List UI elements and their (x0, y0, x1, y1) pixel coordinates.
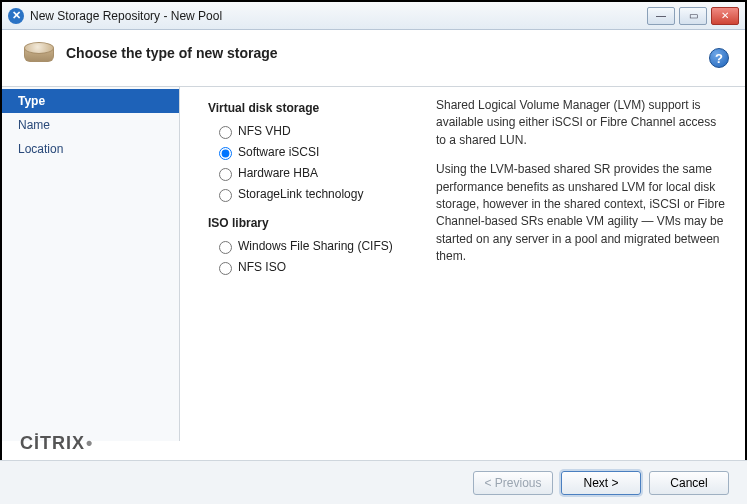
page-heading: Choose the type of new storage (66, 45, 278, 61)
option-cifs[interactable]: Windows File Sharing (CIFS) (214, 238, 408, 254)
option-label: Software iSCSI (238, 145, 319, 159)
radio-software-iscsi[interactable] (219, 147, 232, 160)
option-label: NFS ISO (238, 260, 286, 274)
content-area: Virtual disk storage NFS VHD Software iS… (180, 87, 745, 441)
description-paragraph-2: Using the LVM-based shared SR provides t… (436, 161, 725, 265)
radio-cifs[interactable] (219, 241, 232, 254)
next-button[interactable]: Next > (561, 471, 641, 495)
help-icon[interactable]: ? (709, 48, 729, 68)
option-nfs-vhd[interactable]: NFS VHD (214, 123, 408, 139)
group-title-iso-library: ISO library (208, 216, 408, 230)
wizard-steps-sidebar: Type Name Location (2, 87, 180, 441)
radio-nfs-iso[interactable] (219, 262, 232, 275)
group-title-virtual-disk: Virtual disk storage (208, 101, 408, 115)
option-label: StorageLink technology (238, 187, 363, 201)
wizard-footer: < Previous Next > Cancel (0, 460, 747, 504)
wizard-header: Choose the type of new storage ? (2, 30, 745, 87)
storage-options: Virtual disk storage NFS VHD Software iS… (208, 97, 408, 431)
description-panel: Shared Logical Volume Manager (LVM) supp… (436, 97, 725, 431)
cancel-button[interactable]: Cancel (649, 471, 729, 495)
step-location[interactable]: Location (2, 137, 179, 161)
close-button[interactable]: ✕ (711, 7, 739, 25)
radio-nfs-vhd[interactable] (219, 126, 232, 139)
step-name[interactable]: Name (2, 113, 179, 137)
option-label: NFS VHD (238, 124, 291, 138)
minimize-button[interactable]: — (647, 7, 675, 25)
description-paragraph-1: Shared Logical Volume Manager (LVM) supp… (436, 97, 725, 149)
option-software-iscsi[interactable]: Software iSCSI (214, 144, 408, 160)
radio-hardware-hba[interactable] (219, 168, 232, 181)
maximize-button[interactable]: ▭ (679, 7, 707, 25)
step-type[interactable]: Type (2, 89, 179, 113)
citrix-logo: CİTRIX• (20, 433, 94, 454)
window-titlebar: ✕ New Storage Repository - New Pool — ▭ … (2, 2, 745, 30)
option-hardware-hba[interactable]: Hardware HBA (214, 165, 408, 181)
app-icon: ✕ (8, 8, 24, 24)
option-storagelink[interactable]: StorageLink technology (214, 186, 408, 202)
radio-storagelink[interactable] (219, 189, 232, 202)
window-title: New Storage Repository - New Pool (30, 9, 643, 23)
option-label: Hardware HBA (238, 166, 318, 180)
option-nfs-iso[interactable]: NFS ISO (214, 259, 408, 275)
wizard-body: Type Name Location Virtual disk storage … (2, 87, 745, 441)
storage-icon (24, 42, 54, 64)
previous-button: < Previous (473, 471, 553, 495)
option-label: Windows File Sharing (CIFS) (238, 239, 393, 253)
